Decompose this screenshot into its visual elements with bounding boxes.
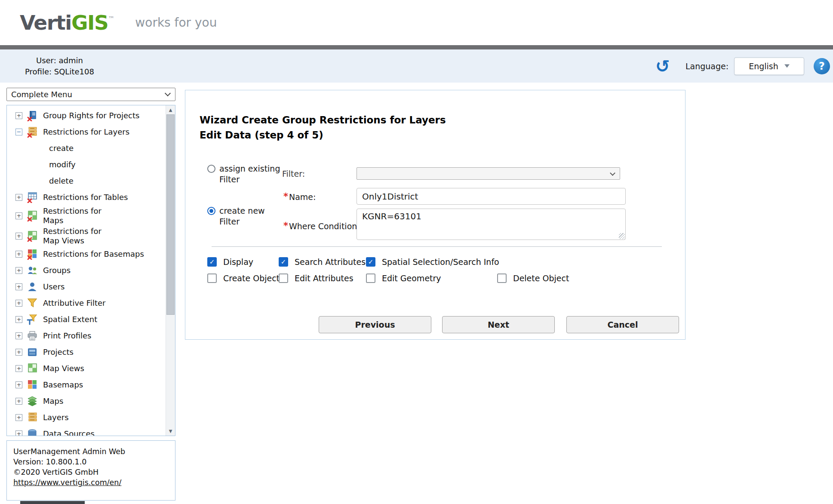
- tree-item-create[interactable]: create: [7, 140, 166, 157]
- expand-box-icon[interactable]: +: [15, 398, 22, 405]
- assign-existing-filter-label[interactable]: assign existing Filter: [219, 163, 280, 184]
- expand-box-icon[interactable]: +: [15, 316, 22, 323]
- required-asterisk: *: [283, 192, 288, 201]
- create-object-checkbox[interactable]: Create Object: [207, 274, 280, 283]
- expand-box-icon[interactable]: +: [15, 365, 22, 372]
- tree-item-label[interactable]: Map Views: [43, 364, 84, 373]
- tree-item-print-profiles[interactable]: +Print Profiles: [7, 328, 166, 344]
- checkbox-unchecked-icon[interactable]: [366, 274, 375, 283]
- tree-item-label[interactable]: modify: [49, 160, 76, 169]
- filter-dropdown[interactable]: [357, 167, 620, 180]
- tree-item-modify[interactable]: modify: [7, 157, 166, 173]
- spatial-selection-search-info-checkbox[interactable]: ✓Spatial Selection/Search Info: [366, 257, 499, 267]
- cancel-button[interactable]: Cancel: [566, 316, 679, 333]
- tree-item-label[interactable]: Maps: [43, 396, 63, 406]
- checkbox-checked-icon[interactable]: ✓: [207, 257, 217, 267]
- expand-box-icon[interactable]: +: [15, 381, 22, 388]
- checkbox-unchecked-icon[interactable]: [279, 274, 288, 283]
- refresh-icon[interactable]: ↺: [655, 58, 670, 75]
- edit-geometry-checkbox[interactable]: Edit Geometry: [366, 274, 441, 283]
- create-new-filter-radio[interactable]: [207, 207, 215, 215]
- assign-existing-filter-radio[interactable]: [207, 165, 215, 173]
- expand-box-icon[interactable]: +: [15, 267, 22, 274]
- expand-box-icon[interactable]: +: [15, 233, 22, 240]
- previous-button[interactable]: Previous: [319, 316, 431, 333]
- map-views-icon: [27, 363, 38, 374]
- expand-box-icon[interactable]: +: [15, 414, 22, 421]
- restrictions-maps-icon: [27, 210, 38, 221]
- resize-grip-icon[interactable]: [619, 233, 625, 239]
- menu-mode-select[interactable]: Complete Menu: [6, 88, 175, 101]
- tree-item-label[interactable]: Group Rights for Projects: [43, 111, 139, 120]
- tree-item-restrictions-for-layers[interactable]: −Restrictions for Layers: [7, 124, 166, 140]
- tree-item-delete[interactable]: delete: [7, 173, 166, 189]
- tree-item-spatial-extent[interactable]: +Spatial Extent: [7, 311, 166, 328]
- tree-item-label[interactable]: Restrictions for Basemaps: [43, 249, 144, 259]
- tree-item-label[interactable]: Restrictions for Maps: [43, 206, 101, 225]
- tree-item-label[interactable]: Print Profiles: [43, 331, 91, 341]
- expand-box-icon[interactable]: +: [15, 212, 22, 219]
- tree-item-group-rights-for-projects[interactable]: +Group Rights for Projects: [7, 108, 166, 124]
- expand-box-icon[interactable]: +: [15, 332, 22, 339]
- tree-item-label[interactable]: Spatial Extent: [43, 315, 97, 324]
- tree-item-groups[interactable]: +Groups: [7, 262, 166, 279]
- tree-item-label[interactable]: Attributive Filter: [43, 298, 105, 308]
- tree-item-restrictions-for-basemaps[interactable]: +Restrictions for Basemaps: [7, 246, 166, 262]
- tree-item-map-views[interactable]: +Map Views: [7, 360, 166, 377]
- scroll-down-arrow-icon[interactable]: ▼: [166, 427, 175, 436]
- expand-box-icon[interactable]: +: [15, 283, 22, 290]
- tree-item-label[interactable]: Layers: [43, 413, 69, 422]
- language-value: English: [749, 61, 778, 71]
- expand-box-icon[interactable]: +: [15, 112, 22, 119]
- scroll-up-arrow-icon[interactable]: ▲: [166, 105, 175, 114]
- filter-label: Filter:: [282, 169, 305, 178]
- expand-box-icon[interactable]: +: [15, 300, 22, 307]
- expand-box-icon[interactable]: +: [15, 430, 22, 436]
- language-dropdown[interactable]: English: [734, 57, 804, 75]
- tree-item-label[interactable]: Groups: [43, 266, 71, 275]
- expand-box-icon[interactable]: +: [15, 349, 22, 356]
- tree-item-attributive-filter[interactable]: +Attributive Filter: [7, 295, 166, 311]
- edit-attributes-checkbox[interactable]: Edit Attributes: [279, 274, 353, 283]
- tree-item-label[interactable]: Projects: [43, 347, 74, 357]
- tree-item-restrictions-for-maps[interactable]: +Restrictions for Maps: [7, 206, 166, 226]
- name-input[interactable]: [357, 188, 626, 205]
- layers-icon: [27, 412, 38, 423]
- maps-icon: [27, 396, 38, 407]
- tree-item-restrictions-for-map-views[interactable]: +Restrictions for Map Views: [7, 226, 166, 246]
- tree-item-label[interactable]: Users: [43, 282, 65, 292]
- tree-item-label[interactable]: Data Sources: [43, 429, 95, 436]
- checkbox-checked-icon[interactable]: ✓: [366, 257, 375, 267]
- where-condition-textarea[interactable]: KGNR=63101: [357, 209, 626, 240]
- tree-item-users[interactable]: +Users: [7, 279, 166, 295]
- tree-item-maps[interactable]: +Maps: [7, 393, 166, 409]
- tree-item-data-sources[interactable]: +Data Sources: [7, 426, 166, 436]
- tree-item-label[interactable]: Basemaps: [43, 380, 83, 390]
- scrollbar-thumb[interactable]: [166, 114, 175, 315]
- display-checkbox[interactable]: ✓Display: [207, 257, 253, 267]
- collapse-box-icon[interactable]: −: [15, 129, 22, 135]
- tree-item-label[interactable]: Restrictions for Tables: [43, 193, 128, 202]
- expand-box-icon[interactable]: +: [15, 194, 22, 201]
- next-button[interactable]: Next: [442, 316, 555, 333]
- delete-object-checkbox[interactable]: Delete Object: [497, 274, 569, 283]
- tree-item-basemaps[interactable]: +Basemaps: [7, 377, 166, 393]
- tree-item-layers[interactable]: +Layers: [7, 409, 166, 426]
- tree-item-projects[interactable]: +Projects: [7, 344, 166, 360]
- create-new-filter-label[interactable]: create new Filter: [219, 206, 265, 227]
- help-icon[interactable]: ?: [814, 58, 830, 74]
- vertigis-link[interactable]: https://www.vertigis.com/en/: [13, 478, 121, 487]
- checkbox-unchecked-icon[interactable]: [497, 274, 507, 283]
- checkbox-checked-icon[interactable]: ✓: [279, 257, 288, 267]
- checkbox-unchecked-icon[interactable]: [207, 274, 217, 283]
- tree-item-label[interactable]: Restrictions for Layers: [43, 127, 129, 137]
- tree-item-label[interactable]: delete: [49, 176, 74, 186]
- search-attributes-checkbox[interactable]: ✓Search Attributes: [279, 257, 366, 267]
- tree-item-label[interactable]: create: [49, 144, 74, 153]
- logo-trademark: ™: [108, 15, 114, 23]
- tree-item-restrictions-for-tables[interactable]: +Restrictions for Tables: [7, 189, 166, 206]
- user-line: User: admin: [25, 55, 94, 66]
- expand-box-icon[interactable]: +: [15, 251, 22, 258]
- tree-item-label[interactable]: Restrictions for Map Views: [43, 227, 101, 245]
- tree-scrollbar[interactable]: ▲ ▼: [166, 105, 175, 436]
